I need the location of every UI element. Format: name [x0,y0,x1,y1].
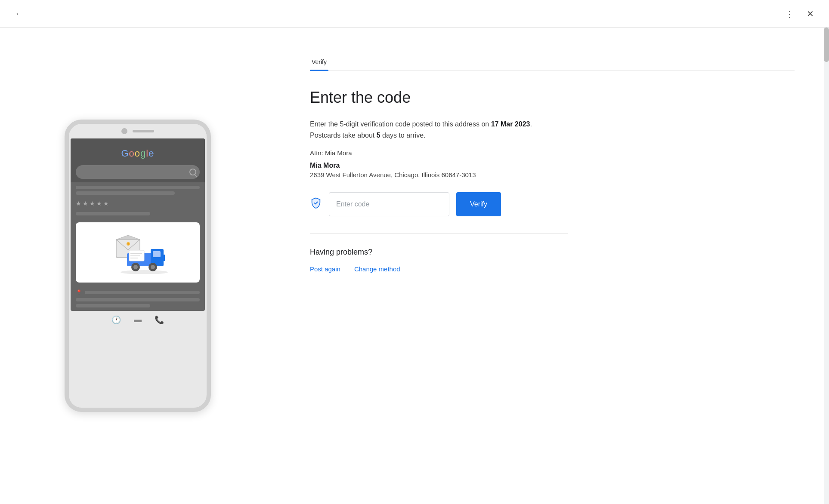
top-bar: ← ⋮ ✕ [0,0,829,28]
main-content: Google ★ ★ ★ ★ ★ [0,28,829,504]
scrollbar-thumb[interactable] [824,28,829,62]
left-panel: Google ★ ★ ★ ★ ★ [0,28,275,504]
star-4: ★ [96,200,102,207]
phone-lines-icon: ▬ [134,315,142,325]
search-icon [189,169,196,175]
phone-phone-icon: 📞 [155,315,164,325]
address-name: Mia Mora [310,162,795,169]
bottom-line-1 [85,291,200,294]
attn-text: Attn: Mia Mora [310,149,795,157]
phone-top [69,124,207,138]
change-method-button[interactable]: Change method [354,265,400,273]
back-button[interactable]: ← [10,5,28,22]
code-input[interactable] [329,192,449,216]
problems-title: Having problems? [310,248,795,257]
location-row: 📍 [76,289,200,295]
svg-marker-1 [116,235,140,240]
phone-speaker [133,130,154,132]
right-panel: Verify Enter the code Enter the 5-digit … [275,28,829,504]
postcard-card [76,222,200,283]
description-part1: Enter the 5-digit verification code post… [310,120,491,128]
location-icon: 📍 [76,289,82,295]
description-text: Enter the 5-digit verification code post… [310,119,560,141]
top-bar-right: ⋮ ✕ [781,5,819,22]
svg-point-12 [121,270,168,274]
svg-point-11 [151,265,155,269]
svg-rect-6 [153,251,161,257]
address-line: 2639 West Fullerton Avenue, Chicago, Ill… [310,171,795,178]
problems-links: Post again Change method [310,265,795,273]
phone-google-bar: Google [71,138,205,182]
bottom-line-3 [76,304,150,307]
phone-mockup: Google ★ ★ ★ ★ ★ [65,120,211,412]
divider [310,234,568,234]
description-part3: days to arrive. [380,132,426,139]
verify-button[interactable]: Verify [456,192,501,216]
bottom-line-2 [76,298,200,301]
close-button[interactable]: ✕ [801,5,819,22]
code-input-row: Verify [310,192,795,216]
phone-screen: Google ★ ★ ★ ★ ★ [71,138,205,311]
stars-row: ★ ★ ★ ★ ★ [71,198,205,209]
content-line-1 [76,186,200,189]
svg-point-3 [127,243,129,245]
search-bar-mock [76,165,200,179]
tab-container: Verify [310,53,795,71]
star-5: ★ [103,200,109,207]
days-bold: 5 [377,132,380,139]
google-logo: Google [76,144,200,163]
phone-bottom: 🕐 ▬ 📞 [69,311,207,329]
content-line-2 [76,191,175,195]
content-line-3 [76,212,150,215]
truck-illustration [103,231,172,274]
scrollbar-track [824,28,829,504]
more-options-button[interactable]: ⋮ [781,5,798,22]
page-title: Enter the code [310,88,795,107]
star-2: ★ [83,200,88,207]
content-lines [71,182,205,198]
star-1: ★ [76,200,81,207]
bottom-content: 📍 [71,286,205,311]
top-bar-left: ← [10,5,28,22]
phone-clock-icon: 🕐 [111,315,121,325]
tab-bar: Verify [310,53,795,71]
post-again-button[interactable]: Post again [310,265,340,273]
tab-verify[interactable]: Verify [310,53,328,71]
content-lines-2 [71,209,205,219]
star-3: ★ [90,200,95,207]
date-bold: 17 Mar 2023 [491,120,530,128]
svg-point-9 [133,265,138,269]
phone-camera [121,128,127,134]
shield-icon [310,197,322,212]
svg-rect-7 [161,255,165,261]
